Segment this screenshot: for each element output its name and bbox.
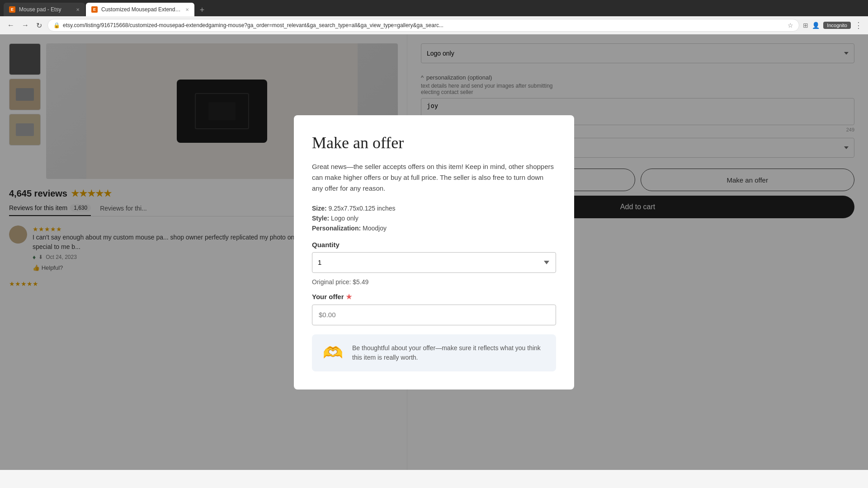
address-text: etsy.com/listing/916715668/customized-mo… <box>63 22 785 28</box>
original-price: Original price: $5.49 <box>312 278 556 286</box>
your-offer-text: Your offer <box>312 293 344 300</box>
modal-overlay[interactable]: Make an offer Great news—the seller acce… <box>0 34 868 470</box>
tab-1-close[interactable]: ✕ <box>76 7 80 12</box>
tab-2[interactable]: E Customized Mousepad Extende... ✕ <box>86 3 194 16</box>
modal-title: Make an offer <box>312 133 556 152</box>
address-bar-row: ← → ↻ 🔒 etsy.com/listing/916715668/custo… <box>0 16 868 34</box>
tab-1-favicon: E <box>9 6 15 13</box>
tab-2-favicon: E <box>91 6 98 13</box>
make-offer-modal: Make an offer Great news—the seller acce… <box>294 115 574 389</box>
offer-input[interactable] <box>312 305 556 325</box>
tab-1[interactable]: E Mouse pad - Etsy ✕ <box>4 3 85 16</box>
heart-hands-icon: 🫶 <box>323 343 343 362</box>
tab-2-title: Customized Mousepad Extende... <box>101 6 182 13</box>
modal-personalization-label: Personalization: <box>312 225 361 232</box>
lock-icon: 🔒 <box>53 22 60 28</box>
modal-size-value: 9.25x7.75x0.125 inches <box>329 205 396 212</box>
forward-button[interactable]: → <box>20 19 31 31</box>
modal-style-value: Logo only <box>331 215 359 222</box>
star-icon[interactable]: ☆ <box>788 22 793 29</box>
tab-1-title: Mouse pad - Etsy <box>19 6 72 13</box>
browser-tabs: E Mouse pad - Etsy ✕ E Customized Mousep… <box>0 0 868 16</box>
quantity-select[interactable]: 1 <box>312 252 556 273</box>
menu-icon[interactable]: ⋮ <box>854 20 863 30</box>
modal-product-details: Size: 9.25x7.75x0.125 inches Style: Logo… <box>312 205 556 232</box>
info-box-text: Be thoughtful about your offer—make sure… <box>352 343 545 362</box>
your-offer-label: Your offer ★ <box>312 293 556 301</box>
modal-size-label: Size: <box>312 205 327 212</box>
modal-personalization-value: Moodjoy <box>363 225 387 232</box>
extensions-icon[interactable]: ⊞ <box>803 22 808 29</box>
info-box: 🫶 Be thoughtful about your offer—make su… <box>312 334 556 371</box>
quantity-select-wrapper: 1 <box>312 252 556 273</box>
back-button[interactable]: ← <box>5 19 16 31</box>
address-bar[interactable]: 🔒 etsy.com/listing/916715668/customized-… <box>47 19 799 32</box>
tab-2-close[interactable]: ✕ <box>185 7 189 12</box>
required-star: ★ <box>346 293 352 301</box>
incognito-badge: Incognito <box>823 22 851 29</box>
new-tab-button[interactable]: + <box>195 4 209 16</box>
modal-size-row: Size: 9.25x7.75x0.125 inches <box>312 205 556 212</box>
modal-style-label: Style: <box>312 215 329 222</box>
modal-personalization-row: Personalization: Moodjoy <box>312 225 556 232</box>
quantity-label: Quantity <box>312 241 556 249</box>
profile-icon[interactable]: 👤 <box>812 22 820 29</box>
reload-button[interactable]: ↻ <box>34 19 44 32</box>
modal-description: Great news—the seller accepts offers on … <box>312 161 556 194</box>
page-content: 4,645 reviews ★★★★★ Reviews for this ite… <box>0 34 868 470</box>
modal-style-row: Style: Logo only <box>312 215 556 222</box>
